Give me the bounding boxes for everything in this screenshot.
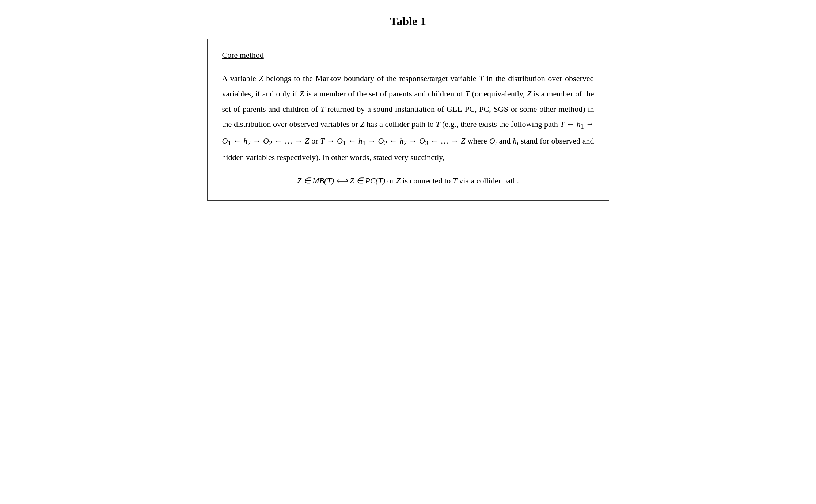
page-title: Table 1 <box>390 15 426 28</box>
table-box: Core method A variable Z belongs to the … <box>207 39 609 201</box>
main-paragraph: A variable Z belongs to the Markov bound… <box>222 71 594 165</box>
core-method-label: Core method <box>222 50 264 60</box>
formula: Z ∈ MB(T) ⟺ Z ∈ PC(T) or Z is connected … <box>222 176 594 186</box>
